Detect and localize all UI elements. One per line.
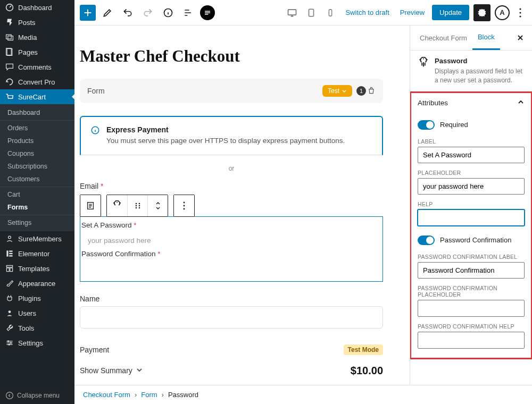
sidebar-label: SureMembers — [18, 235, 62, 243]
cart-count-badge: 1 — [356, 86, 366, 96]
inspector-block-header: Password Displays a password field to le… — [410, 50, 532, 92]
editor-canvas[interactable]: Master Chef Checkout Form Test 1 Express… — [74, 26, 410, 385]
required-toggle[interactable] — [418, 120, 435, 130]
astra-button[interactable]: A — [495, 5, 510, 20]
outline-button[interactable] — [180, 4, 197, 21]
members-icon — [5, 234, 14, 243]
pwc-placeholder-input[interactable] — [418, 300, 525, 317]
sidebar-label: Plugins — [18, 294, 41, 302]
sidebar-item-templates[interactable]: Templates — [0, 261, 74, 276]
sub-customers[interactable]: Customers — [0, 173, 74, 186]
sidebar-item-posts[interactable]: Posts — [0, 15, 74, 30]
pin-icon — [5, 18, 14, 27]
collapse-icon — [5, 391, 14, 400]
drag-handle-button[interactable] — [127, 195, 147, 216]
required-label: Required — [440, 121, 468, 129]
name-input[interactable] — [80, 306, 383, 329]
redo-button[interactable] — [139, 4, 156, 21]
svg-point-30 — [138, 205, 140, 207]
sidebar-item-comments[interactable]: Comments — [0, 60, 74, 74]
sliders-icon — [5, 339, 14, 347]
collapse-menu[interactable]: Collapse menu — [0, 387, 74, 404]
sub-subscriptions[interactable]: Subscriptions — [0, 160, 74, 173]
settings-gear-button[interactable] — [473, 4, 491, 21]
svg-point-15 — [10, 342, 12, 343]
parent-block-button[interactable] — [80, 195, 101, 216]
sidebar-item-pages[interactable]: Pages — [0, 45, 74, 60]
name-field[interactable]: Name — [80, 294, 383, 329]
sidebar-item-users[interactable]: Users — [0, 306, 74, 321]
crumb-form[interactable]: Form — [141, 391, 157, 399]
password-confirmation-toggle-label: Password Confirmation — [440, 236, 511, 244]
info-button[interactable] — [160, 4, 177, 21]
update-button[interactable]: Update — [432, 5, 469, 20]
move-updown-button[interactable] — [147, 195, 168, 216]
password-confirmation-toggle[interactable] — [418, 235, 435, 245]
block-breadcrumb: Checkout Form › Form › Password — [74, 385, 532, 404]
help-input[interactable] — [418, 209, 525, 226]
sidebar-item-suremembers[interactable]: SureMembers — [0, 231, 74, 246]
svg-point-23 — [519, 12, 521, 13]
sidebar-item-appearance[interactable]: Appearance — [0, 276, 74, 291]
svg-point-17 — [6, 392, 13, 399]
sidebar-item-convertpro[interactable]: Convert Pro — [0, 74, 74, 89]
sidebar-item-elementor[interactable]: Elementor — [0, 246, 74, 261]
dashboard-icon — [5, 3, 14, 12]
payment-section[interactable]: Payment Test Mode — [80, 344, 383, 355]
block-more-button[interactable] — [174, 195, 194, 216]
sub-orders[interactable]: Orders — [0, 122, 74, 134]
summary-row[interactable]: Show Summary $10.00 — [80, 365, 383, 377]
express-payment-block[interactable]: Express Payment You must serve this page… — [80, 116, 383, 155]
label-input[interactable] — [418, 147, 525, 163]
password-block[interactable]: Set A Password * your password here Pass… — [80, 216, 383, 282]
switch-to-draft-link[interactable]: Switch to draft — [342, 9, 392, 16]
device-mobile-button[interactable] — [323, 5, 338, 20]
crumb-checkout-form[interactable]: Checkout Form — [83, 391, 130, 399]
edit-mode-button[interactable] — [99, 4, 116, 21]
sidebar-item-settings[interactable]: Settings — [0, 335, 74, 350]
sub-forms[interactable]: Forms — [0, 201, 74, 214]
info-icon — [90, 125, 100, 146]
add-block-button[interactable] — [80, 5, 96, 21]
surecart-icon — [5, 92, 14, 101]
tab-block[interactable]: Block — [472, 26, 500, 50]
testmode-badge: Test Mode — [344, 344, 383, 355]
sidebar-label: Settings — [18, 339, 43, 347]
svg-point-24 — [519, 15, 521, 17]
sidebar-item-dashboard[interactable]: Dashboard — [0, 0, 74, 15]
placeholder-input[interactable] — [418, 178, 525, 195]
svg-rect-9 — [9, 255, 12, 256]
app-logo-icon[interactable] — [200, 5, 215, 20]
attributes-panel: Attributes Required LABEL PLACEHOLDER HE… — [410, 92, 532, 359]
sidebar-item-surecart[interactable]: SureCart — [0, 89, 74, 104]
test-badge[interactable]: Test — [322, 85, 352, 97]
sub-coupons[interactable]: Coupons — [0, 147, 74, 160]
block-type-button[interactable] — [107, 195, 127, 216]
sidebar-item-media[interactable]: Media — [0, 30, 74, 45]
device-tablet-button[interactable] — [304, 5, 319, 20]
sidebar-label: Comments — [18, 63, 52, 71]
form-block[interactable]: Form Test 1 — [80, 79, 383, 103]
close-inspector-button[interactable] — [513, 30, 528, 45]
undo-button[interactable] — [119, 4, 136, 21]
device-desktop-button[interactable] — [285, 5, 300, 20]
preview-link[interactable]: Preview — [397, 9, 428, 16]
svg-rect-12 — [10, 268, 13, 271]
more-options-button[interactable] — [514, 5, 527, 20]
sub-dashboard[interactable]: Dashboard — [0, 106, 74, 119]
sidebar-label: SureCart — [18, 93, 46, 101]
attributes-toggle[interactable]: Attributes — [410, 92, 532, 114]
page-title[interactable]: Master Chef Checkout — [80, 47, 383, 66]
summary-label: Show Summary — [80, 366, 132, 375]
svg-rect-6 — [6, 250, 8, 256]
sidebar-label: Media — [18, 33, 37, 41]
sub-settings[interactable]: Settings — [0, 216, 74, 229]
sub-products[interactable]: Products — [0, 134, 74, 147]
sidebar-item-tools[interactable]: Tools — [0, 321, 74, 335]
sub-cart[interactable]: Cart — [0, 188, 74, 201]
pwc-help-input[interactable] — [418, 332, 525, 349]
tab-checkout-form[interactable]: Checkout Form — [414, 27, 472, 49]
pwc-label-input[interactable] — [418, 262, 525, 279]
sidebar-item-plugins[interactable]: Plugins — [0, 291, 74, 306]
crumb-password[interactable]: Password — [168, 391, 198, 399]
